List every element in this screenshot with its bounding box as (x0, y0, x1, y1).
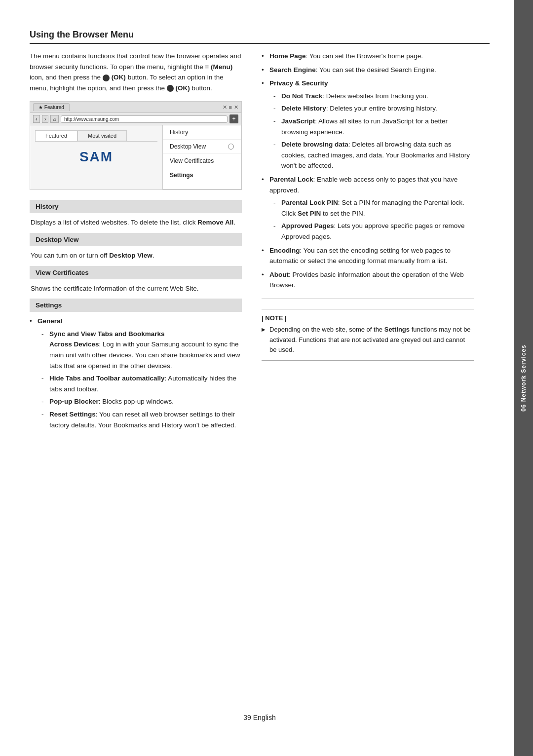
browser-body: Featured Most visited SAM History (30, 125, 241, 189)
home-icon[interactable]: ⌂ (50, 115, 59, 123)
search-engine-item: Search Engine: You can set the desired S… (262, 65, 474, 76)
tab-featured[interactable]: Featured (35, 130, 77, 141)
popup-item: Pop-up Blocker: Blocks pop-up windows. (41, 396, 242, 407)
encoding-item: Encoding: You can set the encoding setti… (262, 245, 474, 266)
reset-item: Reset Settings: You can reset all web br… (41, 409, 242, 430)
hide-tabs-item: Hide Tabs and Toolbar automatically: Aut… (41, 373, 242, 394)
menu-settings[interactable]: Settings (163, 168, 241, 182)
divider (262, 299, 474, 299)
parental-pin-item: Parental Lock PIN: Set a PIN for managin… (273, 197, 474, 219)
settings-header: Settings (30, 299, 242, 312)
ok-circle-icon2 (167, 85, 174, 92)
menu-view-certificates[interactable]: View Certificates (163, 154, 241, 168)
delete-browsing-item: Delete browsing data: Deletes all browsi… (273, 139, 474, 171)
address-bar[interactable]: http://www.samsung.com (61, 115, 228, 123)
browser-mockup: ★ Featured ✕ ≡ ✕ ‹ › ⌂ http://www.samsun… (30, 101, 242, 190)
left-col: The menu contains functions that control… (30, 51, 242, 704)
page-number: 39 English (30, 704, 490, 726)
parental-lock-item: Parental Lock: Enable web access only to… (262, 174, 474, 242)
desktop-view-body: You can turn on or turn off Desktop View… (30, 250, 242, 261)
back-icon[interactable]: ‹ (33, 115, 40, 123)
menu-icon: ≡ (229, 104, 232, 111)
close-x-icon: ✕ (234, 104, 238, 111)
ok-circle-icon (103, 75, 110, 81)
approved-pages-item: Approved Pages: Lets you approve specifi… (273, 221, 474, 242)
menu-desktop-view-label: Desktop View (170, 143, 206, 150)
history-header: History (30, 200, 242, 213)
main-content: Using the Browser Menu The menu contains… (0, 0, 514, 756)
browser-menu-panel: History Desktop View View Certificates S… (162, 125, 241, 189)
do-not-track-item: Do Not Track: Deters websites from track… (273, 91, 474, 102)
menu-history[interactable]: History (163, 125, 241, 140)
note-body: Depending on the web site, some of the S… (262, 325, 474, 355)
add-tab-btn[interactable]: + (229, 114, 238, 123)
general-sub-list: Sync and View Tabs and Bookmarks Across … (41, 329, 242, 430)
browser-top-icons: ✕ ≡ ✕ (223, 104, 238, 111)
javascript-item: JavaScript: Allows all sites to run Java… (273, 116, 474, 137)
menu-settings-label: Settings (170, 172, 193, 179)
right-col: Home Page: You can set the Browser's hom… (262, 51, 474, 704)
desktop-view-header: Desktop View (30, 233, 242, 246)
intro-text: The menu contains functions that control… (30, 51, 242, 93)
forward-icon[interactable]: › (42, 115, 49, 123)
privacy-security-item: Privacy & Security Do Not Track: Deters … (262, 78, 474, 171)
privacy-sub-list: Do Not Track: Deters websites from track… (273, 91, 474, 171)
about-item: About: Provides basic information about … (262, 269, 474, 291)
menu-history-label: History (170, 129, 188, 136)
note-box: | NOTE | Depending on the web site, some… (262, 309, 474, 361)
sync-item: Sync and View Tabs and Bookmarks Across … (41, 329, 242, 371)
general-item: General Sync and View Tabs and Bookmarks… (30, 316, 242, 430)
parental-sub-list: Parental Lock PIN: Set a PIN for managin… (273, 197, 474, 242)
menu-view-certs-label: View Certificates (170, 157, 214, 164)
view-certs-header: View Certificates (30, 266, 242, 279)
view-certs-body: Shows the certificate information of the… (30, 283, 242, 294)
browser-page-tabs: Featured Most visited (35, 130, 157, 142)
side-tab: 06 Network Services (514, 0, 533, 756)
tab-most-visited[interactable]: Most visited (77, 130, 127, 141)
delete-history-item: Delete History: Deletes your entire brow… (273, 103, 474, 114)
home-page-item: Home Page: You can set the Browser's hom… (262, 51, 474, 62)
desktop-view-radio (228, 144, 234, 150)
page-wrapper: Using the Browser Menu The menu contains… (0, 0, 533, 756)
section-title: Using the Browser Menu (30, 30, 490, 44)
browser-main-area: Featured Most visited SAM (30, 125, 162, 189)
two-col-layout: The menu contains functions that control… (30, 51, 490, 704)
close-icon: ✕ (223, 104, 227, 111)
browser-tab: ★ Featured (33, 103, 70, 111)
samsung-logo: SAM (35, 149, 157, 165)
right-bullet-list: Home Page: You can set the Browser's hom… (262, 51, 474, 291)
note-title: | NOTE | (262, 314, 474, 322)
menu-desktop-view[interactable]: Desktop View (163, 140, 241, 154)
settings-list: General Sync and View Tabs and Bookmarks… (30, 316, 242, 430)
history-body: Displays a list of visited websites. To … (30, 217, 242, 228)
